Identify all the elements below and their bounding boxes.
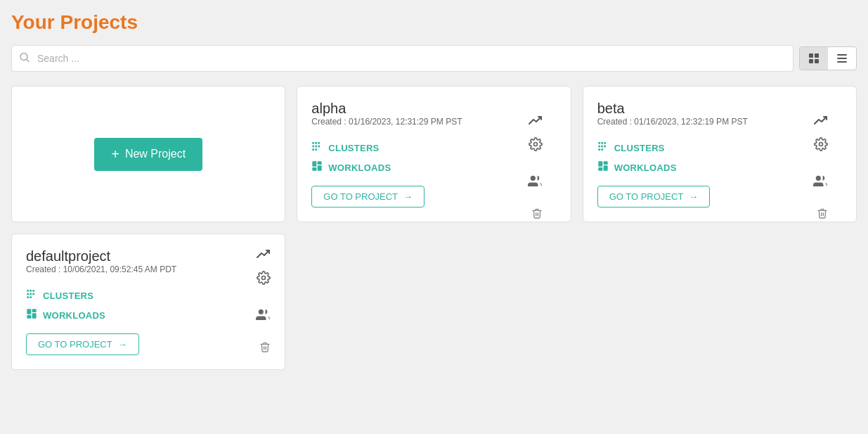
- svg-rect-21: [313, 167, 317, 171]
- svg-rect-13: [313, 148, 315, 151]
- clusters-link-beta[interactable]: CLUSTERS: [597, 141, 842, 155]
- svg-rect-22: [318, 165, 322, 170]
- goto-button-alpha[interactable]: GO TO PROJECT →: [311, 186, 425, 208]
- workloads-label-default: WORKLOADS: [43, 310, 105, 321]
- trending-icon-alpha[interactable]: [529, 115, 543, 128]
- svg-rect-2: [809, 53, 813, 58]
- svg-rect-40: [27, 293, 29, 295]
- svg-rect-47: [27, 309, 31, 314]
- svg-rect-25: [598, 142, 600, 144]
- goto-button-default[interactable]: GO TO PROJECT →: [26, 333, 139, 355]
- clusters-icon-beta: [597, 141, 609, 155]
- trending-icon-default[interactable]: [257, 248, 271, 262]
- card-header-default: defaultproject Created : 10/06/2021, 09:…: [26, 248, 271, 286]
- workloads-link-default[interactable]: WORKLOADS: [26, 308, 271, 322]
- svg-rect-19: [313, 161, 317, 166]
- project-name-beta: beta: [597, 101, 748, 117]
- settings-icon-default[interactable]: [257, 271, 271, 287]
- card-header-alpha: alpha Created : 01/16/2023, 12:31:29 PM …: [311, 101, 556, 138]
- svg-point-37: [262, 276, 266, 280]
- card-links-alpha: CLUSTERS WORKLOADS: [311, 141, 556, 174]
- svg-rect-42: [30, 290, 32, 292]
- svg-rect-5: [815, 59, 819, 63]
- project-created-beta: Created : 01/16/2023, 12:32:19 PM PST: [597, 117, 748, 127]
- project-name-default: defaultproject: [26, 248, 176, 264]
- svg-rect-28: [601, 142, 603, 144]
- settings-icon-beta[interactable]: [814, 137, 828, 153]
- svg-rect-12: [313, 146, 315, 148]
- projects-grid-bottom: defaultproject Created : 10/06/2021, 09:…: [11, 234, 857, 370]
- svg-rect-44: [30, 296, 32, 298]
- svg-rect-39: [27, 290, 29, 292]
- workloads-label-alpha: WORKLOADS: [328, 162, 391, 173]
- svg-point-9: [533, 143, 537, 146]
- svg-rect-30: [601, 148, 603, 151]
- search-container: [11, 45, 793, 72]
- workloads-link-beta[interactable]: WORKLOADS: [597, 160, 842, 174]
- svg-rect-29: [601, 146, 603, 148]
- list-view-button[interactable]: [828, 47, 856, 70]
- grid-view-button[interactable]: [800, 47, 828, 70]
- new-project-button[interactable]: + New Project: [94, 138, 202, 171]
- new-project-card: + New Project: [11, 86, 285, 222]
- clusters-label-default: CLUSTERS: [43, 291, 93, 301]
- clusters-label-alpha: CLUSTERS: [328, 143, 379, 153]
- workloads-label-beta: WORKLOADS: [614, 162, 677, 173]
- members-icon-default[interactable]: [255, 307, 271, 322]
- svg-rect-20: [318, 161, 322, 165]
- view-toggle: [799, 46, 857, 70]
- svg-rect-43: [30, 293, 32, 295]
- svg-rect-4: [809, 59, 813, 63]
- svg-point-24: [816, 176, 821, 181]
- project-card-alpha: alpha Created : 01/16/2023, 12:31:29 PM …: [297, 86, 571, 222]
- settings-icon-alpha[interactable]: [529, 137, 543, 153]
- svg-rect-6: [837, 54, 847, 56]
- svg-rect-36: [603, 165, 607, 170]
- project-created-alpha: Created : 01/16/2023, 12:31:29 PM PST: [311, 117, 462, 127]
- plus-icon: +: [111, 146, 119, 162]
- svg-rect-45: [32, 290, 34, 292]
- svg-rect-11: [313, 142, 315, 144]
- card-links-beta: CLUSTERS WORKLOADS: [597, 141, 842, 174]
- svg-rect-32: [604, 146, 606, 148]
- svg-point-10: [530, 176, 535, 181]
- workloads-icon-beta: [597, 160, 609, 174]
- clusters-link-default[interactable]: CLUSTERS: [26, 288, 271, 302]
- svg-point-23: [820, 143, 823, 146]
- card-header-beta: beta Created : 01/16/2023, 12:32:19 PM P…: [597, 101, 842, 138]
- svg-rect-3: [815, 53, 819, 58]
- svg-rect-48: [32, 309, 37, 312]
- goto-button-beta[interactable]: GO TO PROJECT →: [597, 186, 711, 208]
- svg-rect-49: [27, 315, 31, 319]
- workloads-icon-default: [26, 308, 37, 322]
- trending-icon-beta[interactable]: [814, 115, 828, 128]
- delete-icon-alpha[interactable]: [531, 208, 543, 222]
- search-input[interactable]: [11, 45, 793, 72]
- svg-rect-34: [603, 161, 607, 165]
- delete-icon-default[interactable]: [259, 341, 271, 356]
- members-icon-alpha[interactable]: [527, 174, 543, 189]
- card-footer-default: GO TO PROJECT →: [26, 333, 271, 355]
- project-created-default: Created : 10/06/2021, 09:52:45 AM PDT: [26, 264, 176, 274]
- clusters-icon-default: [26, 288, 37, 302]
- svg-rect-8: [837, 61, 847, 63]
- clusters-icon-alpha: [311, 141, 323, 155]
- card-footer-alpha: GO TO PROJECT →: [311, 186, 556, 208]
- svg-rect-27: [598, 148, 600, 151]
- card-links-default: CLUSTERS WORKLOADS: [26, 288, 271, 322]
- search-icon: [20, 53, 30, 65]
- workloads-link-alpha[interactable]: WORKLOADS: [311, 160, 556, 174]
- svg-rect-14: [316, 142, 318, 144]
- svg-rect-46: [32, 293, 34, 295]
- svg-rect-31: [604, 142, 606, 144]
- delete-icon-beta[interactable]: [817, 208, 828, 222]
- workloads-icon-alpha: [311, 160, 323, 174]
- projects-grid-top: + New Project alpha Created : 01/16/2023…: [11, 86, 857, 222]
- project-card-beta: beta Created : 01/16/2023, 12:32:19 PM P…: [583, 86, 857, 222]
- clusters-link-alpha[interactable]: CLUSTERS: [311, 141, 556, 155]
- card-footer-beta: GO TO PROJECT →: [597, 186, 842, 208]
- members-icon-beta[interactable]: [812, 174, 828, 189]
- clusters-label-beta: CLUSTERS: [614, 143, 665, 153]
- svg-rect-41: [27, 296, 29, 298]
- project-card-default: defaultproject Created : 10/06/2021, 09:…: [11, 234, 285, 370]
